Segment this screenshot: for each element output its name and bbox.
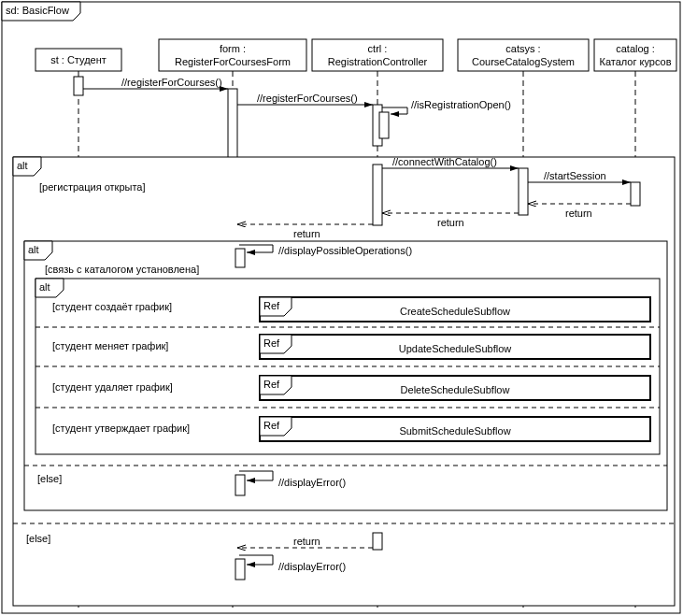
lifeline-catalog-label2: Каталог курсов: [599, 56, 671, 67]
frame-title: sd: BasicFlow: [6, 5, 69, 16]
msg-register-courses-1-label: //registerForCourses(): [121, 77, 222, 88]
return-catalog-label: return: [565, 208, 592, 219]
ref-submit-label: SubmitScheduleSubflow: [399, 425, 510, 437]
msg-is-registration-open-label: //isRegistrationOpen(): [411, 99, 511, 110]
msg-register-courses-2-label: //registerForCourses(): [257, 93, 358, 104]
lifeline-form-label1: form :: [220, 43, 246, 54]
msg-display-operations-label: //displayPossibleOperations(): [278, 245, 412, 256]
msg-connect-catalog-label: //connectWithCatalog(): [392, 156, 497, 167]
return-ctrl-label: return: [293, 228, 320, 239]
guard-registration-open: [регистрация открыта]: [39, 181, 146, 193]
lifeline-catsys-label2: CourseCatalogSystem: [472, 56, 575, 67]
svg-text:Ref: Ref: [263, 300, 280, 311]
lifeline-ctrl-label1: ctrl :: [368, 43, 388, 54]
guard-else-outer: [else]: [26, 533, 50, 544]
activation: [74, 77, 83, 95]
sequence-diagram: sd: BasicFlow st : Студент form : Regist…: [0, 0, 683, 616]
activation: [235, 249, 245, 267]
ref-update-label: UpdateScheduleSubflow: [399, 343, 512, 354]
guard-else-inner: [else]: [37, 473, 62, 484]
activation: [373, 165, 382, 225]
alt-refs-label: alt: [39, 281, 50, 293]
msg-start-session-label: //startSession: [544, 170, 606, 181]
return-catsys-label: return: [437, 217, 464, 228]
activation: [235, 475, 245, 495]
svg-text:Ref: Ref: [263, 379, 280, 390]
guard-submit: [студент утверждает график]: [52, 423, 190, 434]
alt-inner-label: alt: [28, 244, 39, 255]
guard-catalog-connected: [связь с каталогом установлена]: [45, 264, 199, 275]
return-outer-else-label: return: [293, 536, 320, 547]
guard-create: [студент создаёт график]: [52, 301, 172, 312]
msg-display-error-2-label: //displayError(): [278, 561, 346, 572]
lifeline-form-label2: RegisterForCoursesForm: [175, 56, 291, 67]
lifeline-st-label: st : Студент: [50, 54, 107, 65]
lifeline-catsys-label1: catsys :: [505, 43, 540, 54]
lifeline-catalog-label1: catalog :: [616, 43, 655, 54]
ref-delete-label: DeleteScheduleSubflow: [401, 384, 510, 395]
activation: [373, 533, 382, 550]
activation: [519, 168, 528, 215]
ref-create-label: CreateScheduleSubflow: [400, 306, 510, 317]
alt-outer-label: alt: [17, 160, 28, 171]
guard-delete: [студент удаляет график]: [52, 381, 173, 393]
activation: [235, 559, 245, 580]
svg-text:Ref: Ref: [263, 337, 280, 349]
svg-text:Ref: Ref: [263, 420, 280, 431]
lifeline-ctrl-label2: RegistrationController: [328, 56, 428, 67]
msg-display-error-1-label: //displayError(): [278, 477, 346, 488]
activation: [379, 112, 389, 138]
guard-update: [студент меняет график]: [52, 340, 168, 351]
activation: [631, 182, 640, 206]
